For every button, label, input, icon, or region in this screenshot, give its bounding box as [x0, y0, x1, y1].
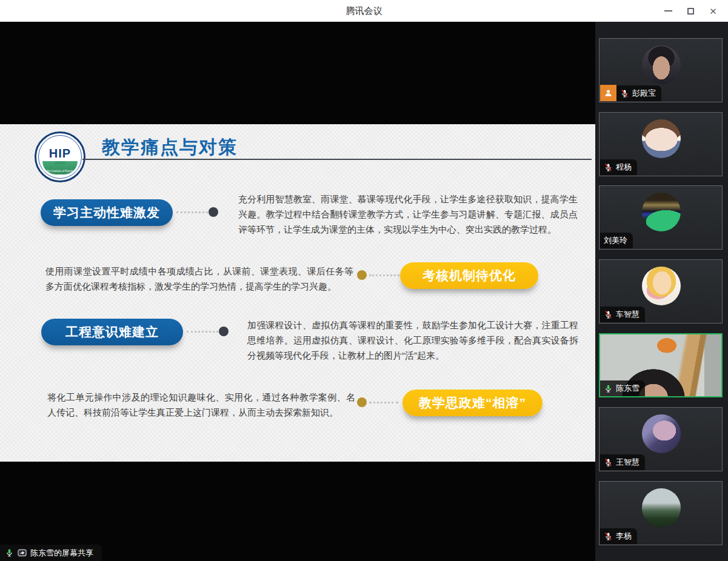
host-badge	[600, 85, 616, 101]
participant-name-bar: 车智慧	[600, 307, 645, 322]
app-window: 腾讯会议 ✕ HIP 2000 Harbin Institute of Petr…	[0, 0, 728, 561]
participant-tile-liumeiling[interactable]: 刘美玲	[599, 185, 723, 250]
title-underline	[82, 159, 592, 160]
screen-share-status-bar: 陈东雪的屏幕共享	[0, 545, 102, 561]
connector-node-4	[357, 397, 367, 407]
maximize-icon	[687, 8, 694, 15]
maximize-button[interactable]	[680, 0, 702, 22]
avatar	[642, 488, 681, 527]
avatar	[642, 267, 681, 305]
body-text-2: 使用雨课堂设置平时成绩中各项成绩占比，从课前、课堂表现、课后任务等多方面优化课程…	[45, 264, 353, 294]
mic-muted-icon	[604, 532, 613, 541]
screen-share-icon	[18, 548, 27, 557]
participant-name: 刘美玲	[604, 235, 627, 246]
pain-point-pill-1: 学习主动性难激发	[41, 199, 173, 226]
participant-name: 王智慧	[616, 457, 640, 468]
connector-dots-4	[369, 402, 398, 403]
pain-point-pill-4: 教学思政难“相溶”	[402, 390, 543, 416]
pain-point-pill-2: 考核机制待优化	[400, 262, 538, 289]
participant-tile-liyang[interactable]: 李杨	[599, 481, 723, 545]
mic-muted-icon	[604, 310, 613, 319]
window-title: 腾讯会议	[0, 0, 728, 22]
mic-muted-icon	[620, 89, 629, 98]
mic-muted-icon	[604, 163, 613, 172]
university-logo: HIP 2000 Harbin Institute of Petroleum	[35, 131, 85, 182]
body-text-4: 将化工单元操作中涉及的理论知识趣味化、实用化，通过各种教学案例、名人传记、科技前…	[47, 390, 355, 420]
connector-node-2	[357, 270, 367, 280]
body-text-1: 充分利用智慧教室、雨课堂、慕课等现代化手段，让学生多途径获取知识，提高学生兴趣。…	[238, 191, 578, 237]
participant-tile-pengdianbao[interactable]: 彭殿宝	[599, 38, 723, 102]
participant-name-bar: 刘美玲	[600, 233, 633, 248]
avatar	[642, 45, 681, 84]
avatar	[642, 414, 681, 453]
shared-screen-stage: HIP 2000 Harbin Institute of Petroleum 教…	[0, 22, 595, 561]
logo-abbr: HIP	[36, 147, 84, 161]
connector-dots-2	[369, 274, 399, 276]
connector-node-3	[219, 327, 229, 336]
participant-name: 彭殿宝	[632, 88, 656, 99]
participant-name-bar: 程杨	[600, 159, 637, 175]
connector-node-1	[209, 207, 218, 217]
title-bar: 腾讯会议 ✕	[0, 0, 728, 22]
connector-dots-3	[187, 331, 218, 333]
mic-muted-icon	[604, 458, 613, 467]
logo-caption: Harbin Institute of Petroleum	[39, 169, 81, 172]
pain-point-pill-3: 工程意识难建立	[41, 319, 183, 345]
body-text-3: 加强课程设计、虚拟仿真等课程的重要性，鼓励学生参加化工设计大赛，注重工程思维培养…	[247, 317, 578, 363]
window-controls: ✕	[657, 0, 724, 22]
participant-name: 车智慧	[616, 309, 640, 320]
close-button[interactable]: ✕	[702, 0, 724, 22]
mic-active-icon	[604, 384, 613, 393]
avatar	[642, 193, 681, 231]
mic-active-icon	[5, 548, 14, 557]
presentation-slide: HIP 2000 Harbin Institute of Petroleum 教…	[0, 124, 595, 462]
participant-name-bar: 李杨	[600, 528, 637, 544]
share-label: 陈东雪的屏幕共享	[30, 548, 93, 559]
participants-sidebar: 彭殿宝 程杨 刘美玲 车智慧	[595, 22, 728, 561]
participant-tile-chendongxue-active[interactable]: 陈东雪	[599, 333, 723, 397]
participant-tile-wangzhihui[interactable]: 王智慧	[599, 407, 723, 471]
minimize-button[interactable]	[657, 0, 680, 22]
avatar	[642, 119, 681, 158]
participant-tile-chengyang[interactable]: 程杨	[599, 112, 723, 176]
person-icon	[604, 88, 613, 98]
close-icon: ✕	[709, 7, 717, 16]
participant-name-bar: 陈东雪	[600, 380, 645, 396]
minimize-icon	[664, 10, 672, 12]
participant-name-bar: 王智慧	[600, 454, 645, 470]
participant-name-bar: 彭殿宝	[616, 85, 661, 101]
connector-dots-1	[176, 211, 208, 213]
participant-name: 李杨	[616, 531, 632, 542]
slide-title: 教学痛点与对策	[102, 135, 238, 160]
participant-name: 陈东雪	[616, 383, 640, 394]
participant-tile-chezhihui[interactable]: 车智慧	[599, 259, 723, 324]
participant-name: 程杨	[616, 162, 632, 173]
